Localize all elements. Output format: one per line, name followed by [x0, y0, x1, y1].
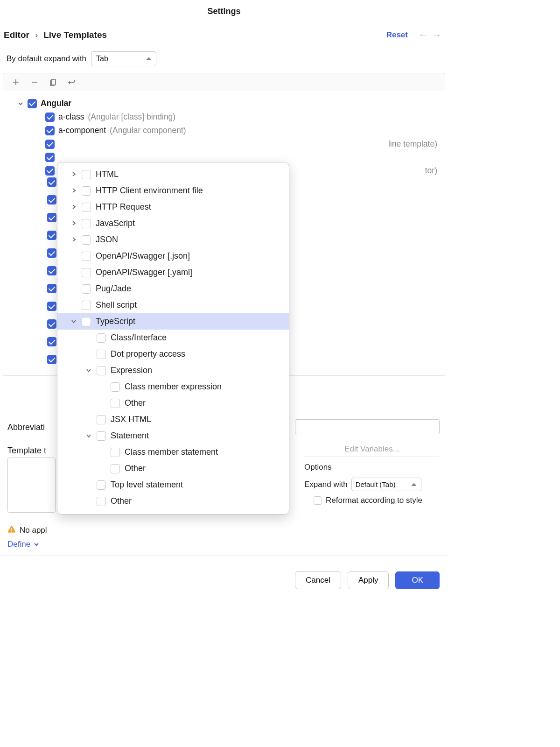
tree-group[interactable]: Angular — [3, 97, 445, 110]
popup-item[interactable]: Dot property access — [57, 346, 289, 362]
ok-button[interactable]: OK — [395, 571, 440, 589]
popup-checkbox[interactable] — [97, 480, 106, 490]
edit-variables-button[interactable]: Edit Variables... — [304, 444, 440, 457]
chevron-down-icon[interactable] — [17, 100, 24, 107]
popup-checkbox[interactable] — [82, 301, 91, 310]
template-checkbox[interactable] — [47, 319, 56, 329]
template-checkbox[interactable] — [47, 231, 56, 240]
template-checkbox[interactable] — [45, 126, 55, 135]
popup-checkbox[interactable] — [111, 464, 120, 473]
popup-checkbox[interactable] — [82, 284, 91, 294]
popup-checkbox[interactable] — [82, 235, 91, 245]
reset-link[interactable]: Reset — [386, 30, 408, 40]
description-input[interactable] — [295, 419, 440, 434]
popup-item[interactable]: Other — [57, 460, 289, 477]
template-checkbox[interactable] — [47, 266, 56, 275]
popup-checkbox[interactable] — [97, 497, 106, 506]
reformat-checkbox[interactable] — [314, 496, 322, 505]
popup-item[interactable]: Class member expression — [57, 379, 289, 395]
popup-item[interactable]: JSON — [57, 232, 289, 248]
popup-checkbox[interactable] — [82, 268, 91, 277]
popup-label: JSX HTML — [111, 415, 151, 424]
breadcrumb-root[interactable]: Editor — [4, 30, 29, 40]
template-checkbox[interactable] — [45, 166, 55, 176]
popup-item[interactable]: Other — [57, 493, 289, 509]
opt-expand-select[interactable]: Default (Tab) — [351, 478, 421, 491]
chevron-down-icon[interactable] — [86, 368, 92, 374]
popup-item[interactable]: JSX HTML — [57, 411, 289, 428]
template-checkbox[interactable] — [47, 195, 56, 204]
popup-label: Other — [125, 398, 146, 408]
add-icon[interactable] — [12, 78, 20, 86]
popup-item[interactable]: HTTP Client environment file — [57, 183, 289, 199]
template-checkbox[interactable] — [45, 113, 55, 122]
popup-item[interactable]: Top level statement — [57, 477, 289, 493]
template-text-label: Template t — [7, 446, 46, 456]
popup-item[interactable]: HTTP Request — [57, 199, 289, 215]
popup-checkbox[interactable] — [82, 219, 91, 228]
template-desc: (Angular [class] binding) — [88, 112, 175, 122]
template-item[interactable]: line template) — [3, 137, 445, 151]
popup-item[interactable]: Statement — [57, 428, 289, 444]
remove-icon[interactable] — [30, 78, 39, 86]
popup-checkbox[interactable] — [97, 366, 106, 375]
popup-checkbox[interactable] — [97, 333, 106, 343]
context-popup[interactable]: HTMLHTTP Client environment fileHTTP Req… — [57, 162, 289, 514]
breadcrumb: Editor › Live Templates — [4, 30, 382, 40]
template-checkbox[interactable] — [45, 140, 55, 149]
chevron-right-icon[interactable] — [71, 204, 77, 210]
popup-label: Shell script — [96, 300, 137, 310]
template-checkbox[interactable] — [47, 337, 56, 346]
popup-item[interactable]: TypeScript — [57, 313, 289, 330]
popup-checkbox[interactable] — [97, 350, 106, 359]
copy-icon[interactable] — [49, 78, 57, 86]
template-checkbox[interactable] — [47, 248, 56, 258]
template-item[interactable]: a-component (Angular component) — [3, 124, 445, 137]
chevron-down-icon[interactable] — [86, 433, 92, 439]
popup-item[interactable]: Other — [57, 395, 289, 411]
chevron-right-icon[interactable] — [71, 237, 77, 243]
popup-checkbox[interactable] — [111, 399, 120, 408]
apply-button[interactable]: Apply — [348, 571, 389, 589]
popup-label: Dot property access — [111, 349, 185, 359]
forward-icon[interactable]: → — [432, 29, 441, 40]
undo-icon[interactable] — [68, 78, 76, 86]
template-checkbox[interactable] — [47, 284, 56, 293]
popup-item[interactable]: Pug/Jade — [57, 281, 289, 297]
template-checkbox[interactable] — [47, 302, 56, 311]
template-text-area[interactable] — [7, 458, 56, 513]
popup-checkbox[interactable] — [82, 186, 91, 196]
popup-item[interactable]: JavaScript — [57, 215, 289, 232]
popup-label: Class member expression — [125, 382, 222, 392]
popup-checkbox[interactable] — [82, 170, 91, 179]
popup-item[interactable]: Shell script — [57, 297, 289, 313]
popup-item[interactable]: OpenAPI/Swagger [.json] — [57, 248, 289, 264]
popup-item[interactable]: Expression — [57, 362, 289, 379]
popup-checkbox[interactable] — [97, 415, 106, 424]
template-checkbox[interactable] — [47, 177, 56, 187]
cancel-button[interactable]: Cancel — [295, 571, 341, 589]
back-icon[interactable]: ← — [418, 29, 427, 40]
popup-item[interactable]: Class/Interface — [57, 330, 289, 346]
popup-item[interactable]: HTML — [57, 166, 289, 183]
chevron-right-icon[interactable] — [71, 172, 77, 177]
popup-item[interactable]: Class member statement — [57, 444, 289, 460]
template-item[interactable]: a-class (Angular [class] binding) — [3, 110, 445, 124]
chevron-down-icon[interactable] — [71, 319, 77, 324]
popup-checkbox[interactable] — [111, 382, 120, 392]
template-checkbox[interactable] — [45, 153, 55, 162]
template-checkbox[interactable] — [47, 355, 56, 364]
options-title: Options — [304, 463, 440, 472]
popup-checkbox[interactable] — [111, 448, 120, 457]
template-checkbox[interactable] — [47, 213, 56, 222]
popup-item[interactable]: OpenAPI/Swagger [.yaml] — [57, 264, 289, 281]
group-checkbox[interactable] — [28, 99, 37, 108]
popup-checkbox[interactable] — [82, 252, 91, 261]
popup-checkbox[interactable] — [82, 203, 91, 212]
popup-checkbox[interactable] — [82, 317, 91, 326]
chevron-right-icon[interactable] — [71, 221, 77, 226]
opt-expand-label: Expand with — [304, 480, 348, 489]
chevron-right-icon[interactable] — [71, 188, 77, 194]
popup-checkbox[interactable] — [97, 431, 106, 441]
expand-select[interactable]: Tab — [91, 51, 156, 66]
